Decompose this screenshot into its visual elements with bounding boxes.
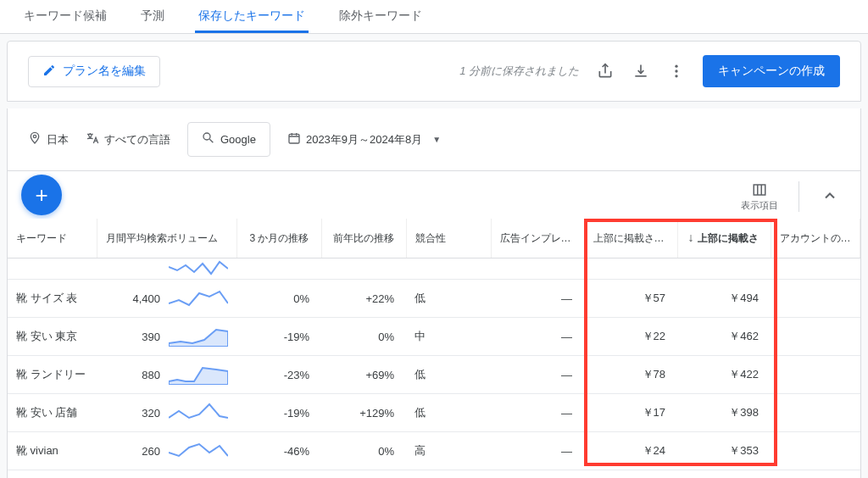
chevron-up-icon <box>821 187 838 207</box>
cell-top-low: ￥78 <box>584 356 677 394</box>
col-yoy[interactable]: 前年比の推移 <box>321 219 406 258</box>
pencil-icon <box>42 64 56 80</box>
col-top-low[interactable]: 上部に掲載された <box>584 219 677 258</box>
cell-yoy: 0% <box>321 470 406 479</box>
share-icon[interactable] <box>596 62 615 81</box>
cell-keyword: 靴 丸洗い <box>8 470 97 479</box>
cell-three-month: -23% <box>236 356 321 394</box>
table-toolbar: + 表示項目 <box>7 170 861 219</box>
tab-forecast[interactable]: 予測 <box>137 0 168 33</box>
cell-three-month: 0% <box>236 280 321 318</box>
cell-competition: 低 <box>406 280 491 318</box>
columns-label: 表示項目 <box>741 199 778 212</box>
cell-volume: 4,400 <box>97 280 236 318</box>
columns-toggle[interactable]: 表示項目 <box>741 182 778 212</box>
cell-top-high: ￥422 <box>677 356 771 394</box>
tab-negative-keywords[interactable]: 除外キーワード <box>336 0 426 33</box>
cell-three-month: -19% <box>236 318 321 356</box>
cell-three-month: -19% <box>236 470 321 479</box>
plus-icon: + <box>35 182 47 208</box>
cell-competition: 中 <box>406 470 491 479</box>
cell-volume: 390 <box>97 318 236 356</box>
cell-impressions: — <box>491 394 584 432</box>
col-top-high[interactable]: ↓上部に掲載さ <box>677 219 771 258</box>
col-account[interactable]: アカウントのステータス <box>771 219 860 258</box>
table-row[interactable]: 靴 ランドリー880-23%+69%低—￥78￥422 <box>8 356 860 394</box>
sparkline <box>169 441 228 461</box>
divider <box>798 181 799 212</box>
edit-plan-button[interactable]: プラン名を編集 <box>28 56 160 87</box>
cell-keyword: 靴 vivian <box>8 432 97 470</box>
cell-top-low: ￥24 <box>584 432 677 470</box>
table-header-row: キーワード 月間平均検索ボリューム 3 か月の推移 前年比の推移 競合性 広告イ… <box>8 219 860 258</box>
network-filter[interactable]: Google <box>187 122 270 157</box>
collapse-button[interactable] <box>820 186 840 207</box>
location-value: 日本 <box>47 132 69 147</box>
create-campaign-button[interactable]: キャンペーンの作成 <box>703 55 840 87</box>
download-icon[interactable] <box>632 62 650 81</box>
dropdown-icon: ▼ <box>432 135 441 144</box>
cell-yoy: 0% <box>321 318 406 356</box>
edit-plan-label: プラン名を編集 <box>63 64 146 79</box>
add-keyword-button[interactable]: + <box>21 175 62 215</box>
cell-account <box>771 394 860 432</box>
cell-top-low: ￥57 <box>584 280 677 318</box>
cell-top-high: ￥353 <box>677 432 771 470</box>
cell-yoy: 0% <box>321 432 406 470</box>
keywords-table: キーワード 月間平均検索ボリューム 3 か月の推移 前年比の推移 競合性 広告イ… <box>8 219 860 478</box>
cell-yoy: +22% <box>321 280 406 318</box>
table-row[interactable]: 靴 丸洗い260-19%0%中—￥79￥341 <box>8 470 860 479</box>
table-row[interactable]: 靴 安い 東京390-19%0%中—￥22￥462 <box>8 318 860 356</box>
date-range-value: 2023年9月～2024年8月 <box>306 132 422 147</box>
cell-top-low: ￥17 <box>584 394 677 432</box>
sort-down-icon: ↓ <box>688 231 694 244</box>
table-row[interactable]: 靴 サイズ 表4,4000%+22%低—￥57￥494 <box>8 280 860 318</box>
cell-yoy: +129% <box>321 394 406 432</box>
col-top-high-label: 上部に掲載さ <box>698 232 759 244</box>
cell-yoy: +69% <box>321 356 406 394</box>
sparkline <box>169 326 228 347</box>
network-value: Google <box>220 133 256 146</box>
cell-top-high: ￥341 <box>677 470 771 479</box>
tab-keyword-ideas[interactable]: キーワード候補 <box>20 0 110 33</box>
tabs-row: キーワード候補 予測 保存したキーワード 除外キーワード <box>0 0 868 34</box>
col-impressions[interactable]: 広告インプレッション <box>491 219 584 258</box>
col-competition[interactable]: 競合性 <box>406 219 491 258</box>
col-three-month[interactable]: 3 か月の推移 <box>236 219 321 258</box>
cell-competition: 高 <box>406 432 491 470</box>
svg-point-1 <box>675 69 677 72</box>
sparkline <box>169 288 228 308</box>
cell-account <box>771 318 860 356</box>
language-value: すべての言語 <box>104 132 170 147</box>
language-icon <box>86 131 99 147</box>
date-range-filter[interactable]: 2023年9月～2024年8月 ▼ <box>287 131 441 147</box>
cell-impressions: — <box>491 356 584 394</box>
table-row[interactable]: 靴 vivian260-46%0%高—￥24￥353 <box>8 432 860 470</box>
location-filter[interactable]: 日本 <box>28 131 69 147</box>
cell-account <box>771 280 860 318</box>
more-icon[interactable] <box>667 62 686 81</box>
toolbar: プラン名を編集 1 分前に保存されました キャンペーンの作成 <box>7 41 861 102</box>
cell-keyword: 靴 安い 店舗 <box>8 394 97 432</box>
cell-account <box>771 356 860 394</box>
cell-volume: 260 <box>97 470 236 479</box>
cell-competition: 低 <box>406 356 491 394</box>
cell-three-month: -19% <box>236 394 321 432</box>
cell-three-month: -46% <box>236 432 321 470</box>
col-keyword[interactable]: キーワード <box>8 219 97 258</box>
cell-impressions: — <box>491 280 584 318</box>
col-volume[interactable]: 月間平均検索ボリューム <box>97 219 236 258</box>
tab-saved-keywords[interactable]: 保存したキーワード <box>195 0 309 33</box>
cell-top-high: ￥398 <box>677 394 771 432</box>
cell-account <box>771 432 860 470</box>
cell-impressions: — <box>491 470 584 479</box>
filters-row: 日本 すべての言語 Google 2023年9月～2024年8月 ▼ <box>7 108 861 170</box>
columns-icon <box>751 182 768 199</box>
svg-rect-6 <box>754 185 765 195</box>
saved-status-text: 1 分前に保存されました <box>459 64 579 79</box>
svg-point-3 <box>33 135 36 137</box>
search-partners-icon <box>202 131 215 147</box>
language-filter[interactable]: すべての言語 <box>86 131 170 147</box>
table-row[interactable]: 靴 安い 店舗320-19%+129%低—￥17￥398 <box>8 394 860 432</box>
cell-impressions: — <box>491 432 584 470</box>
